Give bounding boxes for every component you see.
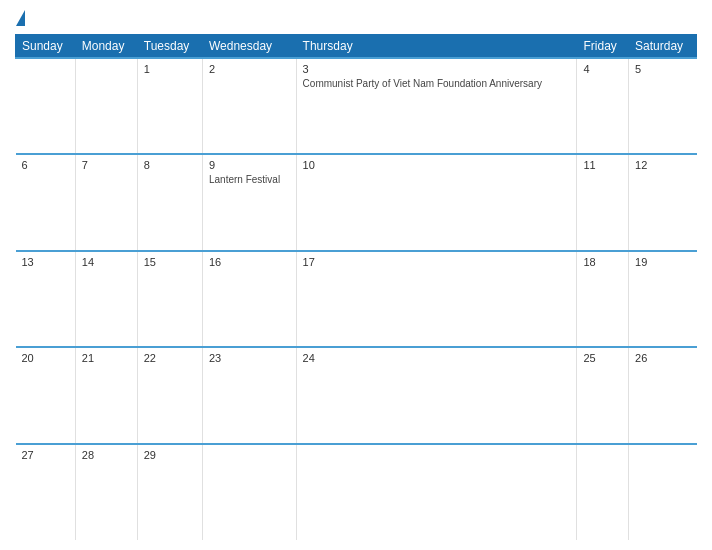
- calendar-cell: 5: [629, 58, 697, 154]
- calendar-cell: [16, 58, 76, 154]
- calendar-week-4: 272829: [16, 444, 697, 540]
- calendar-cell: 29: [137, 444, 202, 540]
- calendar-cell: [629, 444, 697, 540]
- day-number: 14: [82, 256, 131, 268]
- calendar-cell: [577, 444, 629, 540]
- calendar-cell: 8: [137, 154, 202, 250]
- day-header-friday: Friday: [577, 35, 629, 59]
- calendar-cell: 24: [296, 347, 577, 443]
- calendar-cell: 16: [202, 251, 296, 347]
- calendar-cell: 12: [629, 154, 697, 250]
- calendar-cell: 2: [202, 58, 296, 154]
- calendar-week-2: 13141516171819: [16, 251, 697, 347]
- day-number: 18: [583, 256, 622, 268]
- calendar-cell: 14: [75, 251, 137, 347]
- day-number: 11: [583, 159, 622, 171]
- day-number: 25: [583, 352, 622, 364]
- calendar-cell: 13: [16, 251, 76, 347]
- calendar-cell: 27: [16, 444, 76, 540]
- calendar-cell: 4: [577, 58, 629, 154]
- calendar-cell: 7: [75, 154, 137, 250]
- calendar-cell: 23: [202, 347, 296, 443]
- calendar-cell: 22: [137, 347, 202, 443]
- calendar-cell: [296, 444, 577, 540]
- day-number: 12: [635, 159, 690, 171]
- calendar-header-row: SundayMondayTuesdayWednesdayThursdayFrid…: [16, 35, 697, 59]
- logo-top-row: [15, 10, 25, 26]
- day-header-wednesday: Wednesday: [202, 35, 296, 59]
- day-header-thursday: Thursday: [296, 35, 577, 59]
- calendar-cell: 9Lantern Festival: [202, 154, 296, 250]
- calendar-cell: 1: [137, 58, 202, 154]
- calendar-cell: 6: [16, 154, 76, 250]
- event-label: Communist Party of Viet Nam Foundation A…: [303, 78, 542, 89]
- logo-triangle-icon: [16, 10, 25, 26]
- day-header-saturday: Saturday: [629, 35, 697, 59]
- calendar-cell: [75, 58, 137, 154]
- day-number: 3: [303, 63, 571, 75]
- day-number: 13: [22, 256, 69, 268]
- day-number: 1: [144, 63, 196, 75]
- calendar-page: SundayMondayTuesdayWednesdayThursdayFrid…: [0, 0, 712, 550]
- day-number: 26: [635, 352, 690, 364]
- day-number: 29: [144, 449, 196, 461]
- day-number: 7: [82, 159, 131, 171]
- calendar-cell: 18: [577, 251, 629, 347]
- day-number: 15: [144, 256, 196, 268]
- day-number: 5: [635, 63, 690, 75]
- day-number: 4: [583, 63, 622, 75]
- day-number: 16: [209, 256, 290, 268]
- calendar-cell: 19: [629, 251, 697, 347]
- day-number: 6: [22, 159, 69, 171]
- logo-container: [15, 10, 25, 26]
- day-number: 10: [303, 159, 571, 171]
- event-label: Lantern Festival: [209, 174, 280, 185]
- day-header-tuesday: Tuesday: [137, 35, 202, 59]
- calendar-cell: 26: [629, 347, 697, 443]
- calendar-week-1: 6789Lantern Festival101112: [16, 154, 697, 250]
- day-number: 27: [22, 449, 69, 461]
- day-number: 28: [82, 449, 131, 461]
- day-number: 21: [82, 352, 131, 364]
- day-number: 23: [209, 352, 290, 364]
- calendar-cell: 20: [16, 347, 76, 443]
- calendar-cell: 28: [75, 444, 137, 540]
- calendar-table: SundayMondayTuesdayWednesdayThursdayFrid…: [15, 34, 697, 540]
- day-number: 19: [635, 256, 690, 268]
- calendar-header: [15, 10, 697, 26]
- day-number: 8: [144, 159, 196, 171]
- logo: [15, 10, 25, 26]
- day-number: 2: [209, 63, 290, 75]
- day-number: 24: [303, 352, 571, 364]
- calendar-cell: 15: [137, 251, 202, 347]
- day-header-monday: Monday: [75, 35, 137, 59]
- calendar-week-0: 123Communist Party of Viet Nam Foundatio…: [16, 58, 697, 154]
- calendar-cell: 10: [296, 154, 577, 250]
- calendar-week-3: 20212223242526: [16, 347, 697, 443]
- day-number: 9: [209, 159, 290, 171]
- calendar-cell: 25: [577, 347, 629, 443]
- calendar-cell: 17: [296, 251, 577, 347]
- day-number: 22: [144, 352, 196, 364]
- calendar-cell: 3Communist Party of Viet Nam Foundation …: [296, 58, 577, 154]
- day-header-sunday: Sunday: [16, 35, 76, 59]
- calendar-cell: [202, 444, 296, 540]
- day-number: 20: [22, 352, 69, 364]
- day-number: 17: [303, 256, 571, 268]
- calendar-cell: 21: [75, 347, 137, 443]
- calendar-cell: 11: [577, 154, 629, 250]
